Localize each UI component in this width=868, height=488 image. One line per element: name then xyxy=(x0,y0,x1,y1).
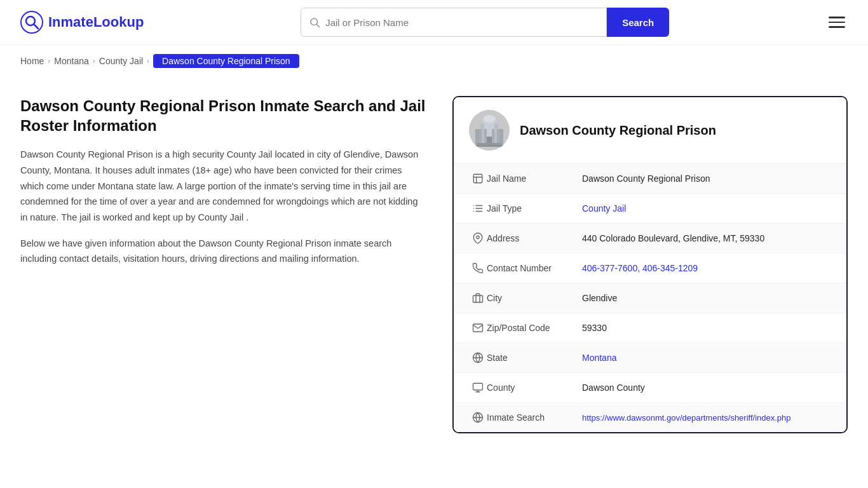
svg-line-4 xyxy=(317,24,320,27)
info-row-county: County Dawson County xyxy=(454,373,846,403)
breadcrumb-current: Dawson County Regional Prison xyxy=(153,54,299,68)
jail-name-label: Jail Name xyxy=(487,173,582,184)
inmate-search-link[interactable]: https://www.dawsonmt.gov/departments/she… xyxy=(582,413,791,423)
svg-rect-16 xyxy=(474,145,505,147)
svg-point-0 xyxy=(21,11,43,33)
hamburger-line-3 xyxy=(829,26,845,28)
county-label: County xyxy=(487,383,582,393)
info-row-jail-name: Jail Name Dawson County Regional Prison xyxy=(454,164,846,194)
county-value: Dawson County xyxy=(582,383,831,393)
jail-type-link[interactable]: County Jail xyxy=(582,203,626,214)
sep-3: › xyxy=(147,57,149,65)
inmate-search-label: Inmate Search xyxy=(487,412,582,423)
search-wrapper xyxy=(301,8,607,37)
logo-link[interactable]: InmateLookup xyxy=(20,11,144,34)
logo-text: InmateLookup xyxy=(48,14,144,30)
svg-rect-11 xyxy=(484,129,487,143)
building-icon xyxy=(469,110,510,151)
contact-label: Contact Number xyxy=(487,263,582,273)
state-value: Montana xyxy=(582,353,831,363)
city-value: Glendive xyxy=(582,293,831,303)
address-label: Address xyxy=(487,233,582,243)
description-para-2: Below we have given information about th… xyxy=(20,236,427,267)
card-title: Dawson County Regional Prison xyxy=(520,123,716,138)
breadcrumb-montana[interactable]: Montana xyxy=(54,56,88,66)
inmate-search-icon xyxy=(469,412,487,423)
search-bar: Search xyxy=(301,8,669,37)
main-content: Dawson County Regional Prison Inmate Sea… xyxy=(0,77,868,459)
info-row-jail-type: Jail Type County Jail xyxy=(454,194,846,224)
svg-rect-10 xyxy=(479,129,482,143)
inmate-search-value: https://www.dawsonmt.gov/departments/she… xyxy=(582,412,831,423)
address-icon xyxy=(469,233,487,244)
jail-name-value: Dawson County Regional Prison xyxy=(582,173,831,184)
info-row-zip: Zip/Postal Code 59330 xyxy=(454,313,846,343)
jail-type-value: County Jail xyxy=(582,203,831,214)
svg-point-9 xyxy=(483,115,496,123)
zip-value: 59330 xyxy=(582,323,831,333)
info-row-contact: Contact Number 406-377-7600, 406-345-120… xyxy=(454,254,846,283)
svg-rect-17 xyxy=(473,174,482,183)
svg-rect-13 xyxy=(497,129,499,143)
zip-label: Zip/Postal Code xyxy=(487,323,582,333)
logo-icon xyxy=(20,11,43,34)
header: InmateLookup Search xyxy=(0,0,868,45)
svg-rect-27 xyxy=(473,295,483,302)
contact-link[interactable]: 406-377-7600, 406-345-1209 xyxy=(582,263,698,273)
page-title: Dawson County Regional Prison Inmate Sea… xyxy=(20,96,427,135)
card-header: Dawson County Regional Prison xyxy=(454,97,846,164)
breadcrumb-home[interactable]: Home xyxy=(20,56,44,66)
state-link[interactable]: Montana xyxy=(582,353,616,363)
info-row-address: Address 440 Colorado Boulevard, Glendive… xyxy=(454,224,846,254)
breadcrumb-county-jail[interactable]: County Jail xyxy=(99,56,143,66)
phone-icon xyxy=(469,262,487,274)
hamburger-line-1 xyxy=(829,17,845,18)
sep-2: › xyxy=(93,57,95,65)
svg-point-26 xyxy=(477,236,480,239)
info-row-city: City Glendive xyxy=(454,283,846,313)
info-card: Dawson County Regional Prison Jail Name … xyxy=(452,96,848,433)
search-icon xyxy=(309,17,320,28)
county-icon xyxy=(469,382,487,393)
menu-button[interactable] xyxy=(826,14,848,30)
address-value: 440 Colorado Boulevard, Glendive, MT, 59… xyxy=(582,233,831,243)
state-label: State xyxy=(487,353,582,363)
search-input[interactable] xyxy=(325,17,599,28)
zip-icon xyxy=(469,322,487,334)
svg-rect-15 xyxy=(477,143,502,145)
breadcrumb: Home › Montana › County Jail › Dawson Co… xyxy=(0,45,868,77)
jail-type-label: Jail Type xyxy=(487,203,582,214)
city-icon xyxy=(469,292,487,304)
state-icon xyxy=(469,352,487,363)
contact-value: 406-377-7600, 406-345-1209 xyxy=(582,263,831,273)
search-button[interactable]: Search xyxy=(607,8,669,37)
prison-avatar xyxy=(469,110,510,151)
info-row-inmate-search: Inmate Search https://www.dawsonmt.gov/d… xyxy=(454,403,846,432)
info-row-state: State Montana xyxy=(454,343,846,373)
sep-1: › xyxy=(48,57,50,65)
jail-icon xyxy=(469,173,487,184)
description-para-1: Dawson County Regional Prison is a high … xyxy=(20,147,427,225)
hamburger-line-2 xyxy=(829,22,845,24)
left-panel: Dawson County Regional Prison Inmate Sea… xyxy=(20,96,427,433)
svg-rect-30 xyxy=(473,383,483,390)
svg-rect-12 xyxy=(492,129,494,143)
city-label: City xyxy=(487,293,582,303)
type-icon xyxy=(469,203,487,214)
